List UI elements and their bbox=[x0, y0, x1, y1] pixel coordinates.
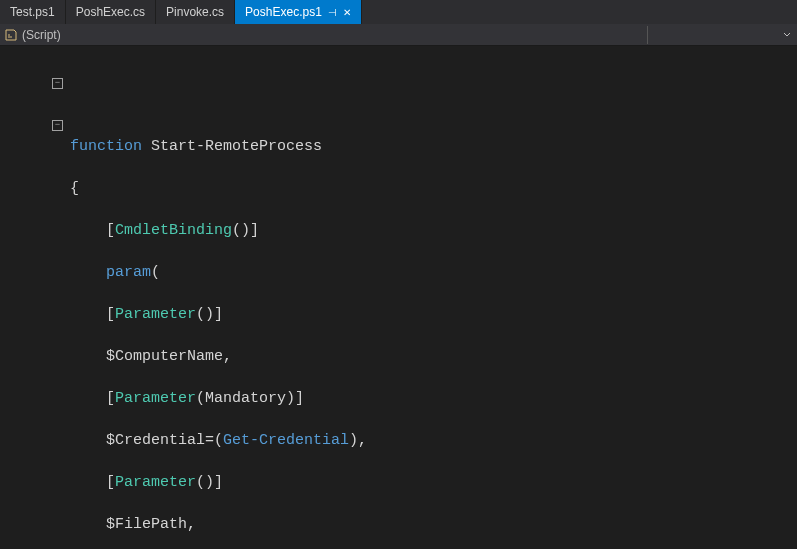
keyword: function bbox=[70, 138, 142, 155]
chevron-down-icon bbox=[783, 31, 791, 39]
tab-label: Test.ps1 bbox=[10, 5, 55, 19]
fold-toggle[interactable]: − bbox=[52, 78, 63, 89]
code-editor[interactable]: − − function Start-RemoteProcess { [Cmdl… bbox=[0, 46, 797, 549]
tab-test[interactable]: Test.ps1 bbox=[0, 0, 66, 24]
scope-dropdown[interactable]: (Script) bbox=[22, 28, 61, 42]
script-icon bbox=[4, 28, 18, 42]
fold-gutter: − − bbox=[0, 52, 64, 136]
close-icon[interactable]: ✕ bbox=[343, 7, 351, 18]
tab-label: PoshExec.ps1 bbox=[245, 5, 322, 19]
tab-poshexec-ps1[interactable]: PoshExec.ps1 ⊣ ✕ bbox=[235, 0, 362, 24]
tab-pinvoke[interactable]: Pinvoke.cs bbox=[156, 0, 235, 24]
member-dropdown[interactable] bbox=[647, 26, 797, 44]
fold-toggle[interactable]: − bbox=[52, 120, 63, 131]
pin-icon[interactable]: ⊣ bbox=[328, 7, 337, 18]
dropdown-bar: (Script) bbox=[0, 24, 797, 46]
tab-label: Pinvoke.cs bbox=[166, 5, 224, 19]
tab-bar: Test.ps1 PoshExec.cs Pinvoke.cs PoshExec… bbox=[0, 0, 797, 24]
brace: { bbox=[70, 180, 79, 197]
func-name: Start-RemoteProcess bbox=[142, 138, 322, 155]
tab-label: PoshExec.cs bbox=[76, 5, 145, 19]
tab-poshexec-cs[interactable]: PoshExec.cs bbox=[66, 0, 156, 24]
